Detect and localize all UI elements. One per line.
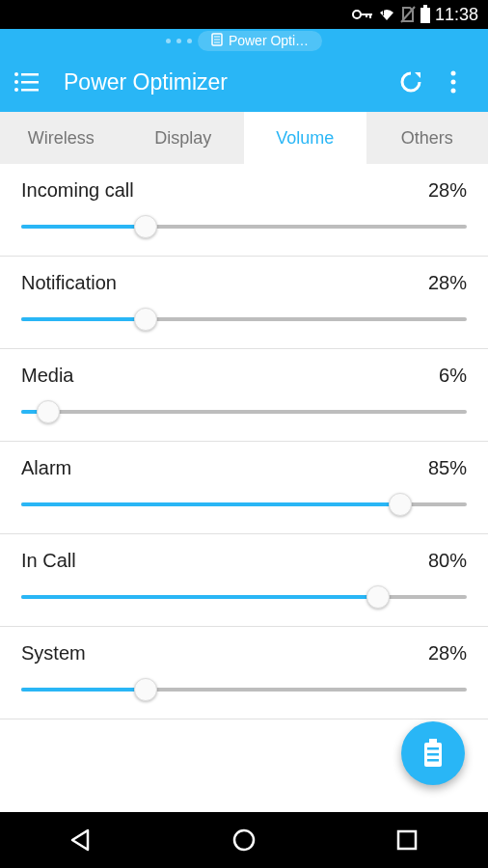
slider-fill xyxy=(21,225,146,229)
no-sim-icon xyxy=(400,6,416,23)
slider-fill xyxy=(21,317,146,321)
tab-label: Others xyxy=(401,128,453,149)
tab-display[interactable]: Display xyxy=(122,112,245,164)
svg-point-26 xyxy=(234,830,254,850)
refresh-icon xyxy=(397,68,424,95)
slider-value: 28% xyxy=(428,642,467,665)
slider-label: Alarm xyxy=(21,457,71,479)
svg-rect-17 xyxy=(21,89,39,92)
overflow-button[interactable] xyxy=(432,70,474,94)
home-icon xyxy=(231,827,257,853)
key-icon xyxy=(352,8,373,21)
svg-point-16 xyxy=(14,88,18,92)
volume-slider[interactable] xyxy=(21,400,467,423)
svg-rect-2 xyxy=(369,14,371,18)
svg-rect-23 xyxy=(427,747,439,750)
slider-label: Incoming call xyxy=(21,179,134,202)
wifi-icon: ! xyxy=(377,7,396,22)
slider-row: In Call 80% xyxy=(0,534,488,627)
tab-label: Display xyxy=(154,128,211,149)
overflow-icon xyxy=(450,70,456,94)
slider-value: 6% xyxy=(439,365,467,387)
svg-rect-13 xyxy=(21,73,39,76)
svg-rect-15 xyxy=(21,81,39,84)
tab-label: Volume xyxy=(276,128,334,149)
clock: 11:38 xyxy=(435,5,478,25)
slider-row: Incoming call 28% xyxy=(0,164,488,257)
slider-row: System 28% xyxy=(0,627,488,719)
slider-thumb[interactable] xyxy=(134,308,157,331)
svg-point-12 xyxy=(14,72,18,76)
battery-icon xyxy=(420,5,431,24)
svg-point-20 xyxy=(451,89,456,94)
svg-point-0 xyxy=(353,11,361,18)
status-bar: ! 11:38 xyxy=(0,0,488,29)
back-icon xyxy=(68,827,94,853)
svg-point-19 xyxy=(451,80,456,85)
volume-panel: Incoming call 28% Notification 28% Media… xyxy=(0,164,488,719)
back-button[interactable] xyxy=(52,827,110,853)
slider-track xyxy=(21,410,467,414)
slider-thumb[interactable] xyxy=(366,585,390,609)
menu-icon xyxy=(14,71,39,93)
refresh-button[interactable] xyxy=(390,68,432,95)
svg-rect-22 xyxy=(429,739,437,743)
slider-label: Media xyxy=(21,365,73,387)
volume-slider[interactable] xyxy=(21,585,467,609)
svg-rect-7 xyxy=(423,5,427,8)
slider-row: Notification 28% xyxy=(0,257,488,349)
slider-thumb[interactable] xyxy=(37,400,60,423)
tab-label: Wireless xyxy=(28,128,95,149)
app-title: Power Optimizer xyxy=(64,69,390,95)
slider-value: 28% xyxy=(428,272,467,294)
tab-volume[interactable]: Volume xyxy=(244,112,366,164)
slider-fill xyxy=(21,502,400,506)
slider-label: System xyxy=(21,642,86,665)
volume-slider[interactable] xyxy=(21,493,467,516)
slider-thumb[interactable] xyxy=(134,215,157,238)
svg-rect-6 xyxy=(420,8,430,23)
battery-fab[interactable] xyxy=(401,721,465,785)
svg-rect-25 xyxy=(427,759,439,762)
document-icon xyxy=(211,33,223,49)
app-bar: Power Optimizer xyxy=(0,52,488,112)
volume-slider[interactable] xyxy=(21,215,467,238)
svg-rect-27 xyxy=(398,831,416,849)
recent-app-label: Power Opti… xyxy=(229,33,309,48)
battery-icon xyxy=(422,739,444,768)
slider-thumb[interactable] xyxy=(389,493,412,516)
slider-row: Alarm 85% xyxy=(0,442,488,534)
recent-app-pill[interactable]: Power Opti… xyxy=(198,31,322,51)
recent-dots xyxy=(166,39,192,43)
recents-icon xyxy=(396,829,418,851)
svg-text:!: ! xyxy=(382,8,385,17)
navigation-bar xyxy=(0,812,488,868)
slider-value: 28% xyxy=(428,179,467,202)
slider-label: Notification xyxy=(21,272,117,294)
tab-wireless[interactable]: Wireless xyxy=(0,112,122,164)
recents-button[interactable] xyxy=(378,829,436,851)
svg-point-18 xyxy=(451,71,456,76)
svg-point-14 xyxy=(14,80,18,84)
svg-rect-24 xyxy=(427,753,439,756)
tab-others[interactable]: Others xyxy=(366,112,489,164)
slider-row: Media 6% xyxy=(0,349,488,442)
tab-bar: Wireless Display Volume Others xyxy=(0,112,488,164)
slider-value: 80% xyxy=(428,550,467,572)
slider-thumb[interactable] xyxy=(134,678,157,701)
svg-rect-3 xyxy=(366,14,367,17)
recent-app-bar: Power Opti… xyxy=(0,29,488,52)
volume-slider[interactable] xyxy=(21,308,467,331)
slider-fill xyxy=(21,688,146,692)
home-button[interactable] xyxy=(215,827,273,853)
slider-label: In Call xyxy=(21,550,76,572)
menu-button[interactable] xyxy=(14,71,46,93)
slider-fill xyxy=(21,595,378,599)
volume-slider[interactable] xyxy=(21,678,467,701)
slider-value: 85% xyxy=(428,457,467,479)
